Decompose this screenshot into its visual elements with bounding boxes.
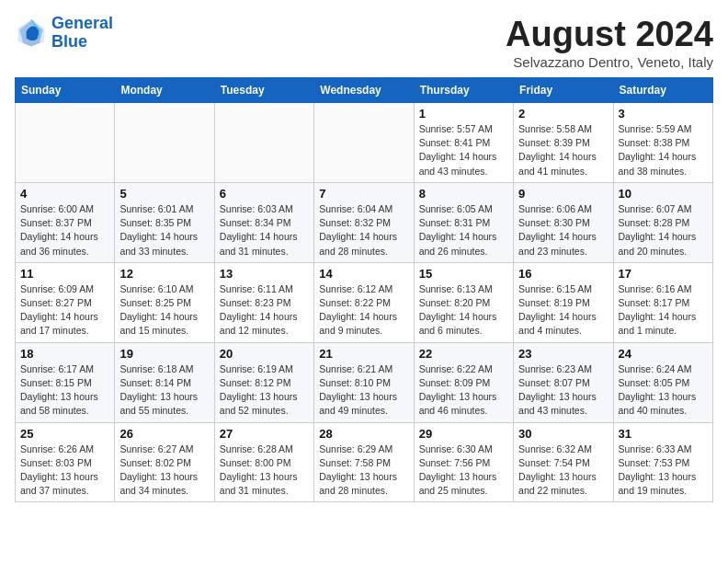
- day-cell: 16Sunrise: 6:15 AM Sunset: 8:19 PM Dayli…: [514, 262, 613, 342]
- day-detail: Sunrise: 6:15 AM Sunset: 8:19 PM Dayligh…: [518, 282, 608, 339]
- calendar-table: SundayMondayTuesdayWednesdayThursdayFrid…: [15, 77, 713, 502]
- day-detail: Sunrise: 6:18 AM Sunset: 8:14 PM Dayligh…: [119, 362, 209, 419]
- day-cell: [115, 103, 214, 183]
- day-cell: 7Sunrise: 6:04 AM Sunset: 8:32 PM Daylig…: [314, 182, 414, 262]
- day-detail: Sunrise: 6:24 AM Sunset: 8:05 PM Dayligh…: [619, 362, 708, 419]
- day-cell: 1Sunrise: 5:57 AM Sunset: 8:41 PM Daylig…: [414, 103, 513, 183]
- day-cell: 19Sunrise: 6:18 AM Sunset: 8:14 PM Dayli…: [115, 342, 214, 422]
- day-number: 14: [319, 267, 408, 281]
- day-detail: Sunrise: 6:27 AM Sunset: 8:02 PM Dayligh…: [119, 442, 209, 499]
- weekday-header-thursday: Thursday: [414, 78, 513, 103]
- day-number: 6: [220, 187, 309, 201]
- logo-text: General Blue: [51, 15, 113, 52]
- day-cell: 28Sunrise: 6:29 AM Sunset: 7:58 PM Dayli…: [314, 422, 414, 502]
- day-number: 5: [119, 187, 209, 201]
- day-cell: [16, 103, 115, 183]
- day-number: 17: [619, 267, 708, 281]
- day-detail: Sunrise: 6:01 AM Sunset: 8:35 PM Dayligh…: [119, 202, 209, 259]
- day-number: 22: [419, 347, 508, 361]
- day-number: 25: [20, 427, 109, 441]
- day-cell: 20Sunrise: 6:19 AM Sunset: 8:12 PM Dayli…: [214, 342, 313, 422]
- day-number: 9: [518, 187, 608, 201]
- day-number: 20: [220, 347, 309, 361]
- day-detail: Sunrise: 6:22 AM Sunset: 8:09 PM Dayligh…: [419, 362, 508, 419]
- day-detail: Sunrise: 6:28 AM Sunset: 8:00 PM Dayligh…: [220, 442, 309, 499]
- day-detail: Sunrise: 6:21 AM Sunset: 8:10 PM Dayligh…: [319, 362, 408, 419]
- location-subtitle: Selvazzano Dentro, Veneto, Italy: [506, 54, 713, 70]
- day-cell: 3Sunrise: 5:59 AM Sunset: 8:38 PM Daylig…: [613, 103, 712, 183]
- day-number: 29: [419, 427, 508, 441]
- week-row-3: 11Sunrise: 6:09 AM Sunset: 8:27 PM Dayli…: [16, 262, 713, 342]
- day-detail: Sunrise: 6:23 AM Sunset: 8:07 PM Dayligh…: [518, 362, 608, 419]
- day-number: 15: [419, 267, 508, 281]
- day-cell: 9Sunrise: 6:06 AM Sunset: 8:30 PM Daylig…: [514, 182, 613, 262]
- page-header: General Blue August 2024 Selvazzano Dent…: [15, 15, 713, 70]
- day-cell: 30Sunrise: 6:32 AM Sunset: 7:54 PM Dayli…: [514, 422, 613, 502]
- day-cell: 13Sunrise: 6:11 AM Sunset: 8:23 PM Dayli…: [214, 262, 313, 342]
- day-detail: Sunrise: 6:29 AM Sunset: 7:58 PM Dayligh…: [319, 442, 408, 499]
- day-cell: 15Sunrise: 6:13 AM Sunset: 8:20 PM Dayli…: [414, 262, 513, 342]
- day-cell: [314, 103, 414, 183]
- weekday-header-tuesday: Tuesday: [214, 78, 313, 103]
- day-detail: Sunrise: 6:09 AM Sunset: 8:27 PM Dayligh…: [20, 282, 109, 339]
- logo: General Blue: [15, 15, 113, 52]
- logo-icon: [15, 17, 48, 50]
- day-cell: 29Sunrise: 6:30 AM Sunset: 7:56 PM Dayli…: [414, 422, 513, 502]
- day-number: 27: [220, 427, 309, 441]
- day-cell: 23Sunrise: 6:23 AM Sunset: 8:07 PM Dayli…: [514, 342, 613, 422]
- day-cell: 22Sunrise: 6:22 AM Sunset: 8:09 PM Dayli…: [414, 342, 513, 422]
- day-cell: 24Sunrise: 6:24 AM Sunset: 8:05 PM Dayli…: [613, 342, 712, 422]
- day-number: 1: [419, 107, 508, 121]
- day-number: 13: [220, 267, 309, 281]
- day-detail: Sunrise: 6:30 AM Sunset: 7:56 PM Dayligh…: [419, 442, 508, 499]
- day-cell: 12Sunrise: 6:10 AM Sunset: 8:25 PM Dayli…: [115, 262, 214, 342]
- day-number: 8: [419, 187, 508, 201]
- day-detail: Sunrise: 6:04 AM Sunset: 8:32 PM Dayligh…: [319, 202, 408, 259]
- day-cell: 2Sunrise: 5:58 AM Sunset: 8:39 PM Daylig…: [514, 103, 613, 183]
- day-cell: 11Sunrise: 6:09 AM Sunset: 8:27 PM Dayli…: [16, 262, 115, 342]
- day-cell: [214, 103, 313, 183]
- day-number: 31: [619, 427, 708, 441]
- day-cell: 26Sunrise: 6:27 AM Sunset: 8:02 PM Dayli…: [115, 422, 214, 502]
- day-cell: 8Sunrise: 6:05 AM Sunset: 8:31 PM Daylig…: [414, 182, 513, 262]
- day-detail: Sunrise: 6:07 AM Sunset: 8:28 PM Dayligh…: [619, 202, 708, 259]
- day-cell: 14Sunrise: 6:12 AM Sunset: 8:22 PM Dayli…: [314, 262, 414, 342]
- day-detail: Sunrise: 5:57 AM Sunset: 8:41 PM Dayligh…: [419, 122, 508, 178]
- day-detail: Sunrise: 5:58 AM Sunset: 8:39 PM Dayligh…: [518, 122, 608, 178]
- weekday-header-friday: Friday: [514, 78, 613, 103]
- day-detail: Sunrise: 6:12 AM Sunset: 8:22 PM Dayligh…: [319, 282, 408, 339]
- day-number: 10: [619, 187, 708, 201]
- day-number: 7: [319, 187, 408, 201]
- day-number: 21: [319, 347, 408, 361]
- day-cell: 6Sunrise: 6:03 AM Sunset: 8:34 PM Daylig…: [214, 182, 313, 262]
- day-number: 26: [119, 427, 209, 441]
- day-detail: Sunrise: 6:00 AM Sunset: 8:37 PM Dayligh…: [20, 202, 109, 259]
- week-row-1: 1Sunrise: 5:57 AM Sunset: 8:41 PM Daylig…: [16, 103, 713, 183]
- day-cell: 4Sunrise: 6:00 AM Sunset: 8:37 PM Daylig…: [16, 182, 115, 262]
- day-detail: Sunrise: 6:26 AM Sunset: 8:03 PM Dayligh…: [20, 442, 109, 499]
- weekday-header-monday: Monday: [115, 78, 214, 103]
- day-number: 16: [518, 267, 608, 281]
- day-number: 12: [119, 267, 209, 281]
- week-row-2: 4Sunrise: 6:00 AM Sunset: 8:37 PM Daylig…: [16, 182, 713, 262]
- day-detail: Sunrise: 6:16 AM Sunset: 8:17 PM Dayligh…: [619, 282, 708, 339]
- month-title: August 2024: [506, 15, 713, 54]
- day-cell: 25Sunrise: 6:26 AM Sunset: 8:03 PM Dayli…: [16, 422, 115, 502]
- day-cell: 27Sunrise: 6:28 AM Sunset: 8:00 PM Dayli…: [214, 422, 313, 502]
- title-block: August 2024 Selvazzano Dentro, Veneto, I…: [506, 15, 713, 70]
- day-detail: Sunrise: 6:05 AM Sunset: 8:31 PM Dayligh…: [419, 202, 508, 259]
- day-number: 18: [20, 347, 109, 361]
- day-detail: Sunrise: 6:11 AM Sunset: 8:23 PM Dayligh…: [220, 282, 309, 339]
- day-detail: Sunrise: 5:59 AM Sunset: 8:38 PM Dayligh…: [619, 122, 708, 178]
- day-number: 23: [518, 347, 608, 361]
- day-number: 19: [119, 347, 209, 361]
- day-cell: 5Sunrise: 6:01 AM Sunset: 8:35 PM Daylig…: [115, 182, 214, 262]
- day-cell: 17Sunrise: 6:16 AM Sunset: 8:17 PM Dayli…: [613, 262, 712, 342]
- weekday-header-saturday: Saturday: [613, 78, 712, 103]
- weekday-header-sunday: Sunday: [16, 78, 115, 103]
- day-number: 28: [319, 427, 408, 441]
- day-number: 24: [619, 347, 708, 361]
- weekday-header-row: SundayMondayTuesdayWednesdayThursdayFrid…: [16, 78, 713, 103]
- day-detail: Sunrise: 6:33 AM Sunset: 7:53 PM Dayligh…: [619, 442, 708, 499]
- day-cell: 18Sunrise: 6:17 AM Sunset: 8:15 PM Dayli…: [16, 342, 115, 422]
